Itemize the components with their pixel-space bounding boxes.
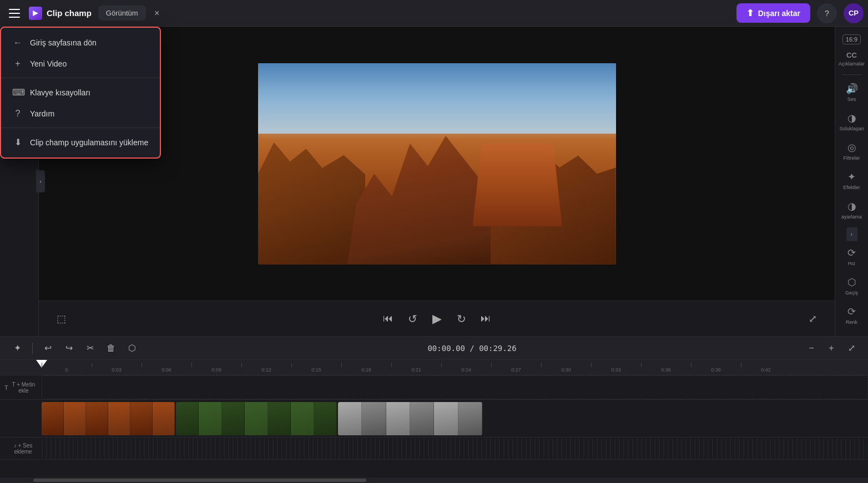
skip-end-button[interactable]: ⏭ (475, 308, 497, 330)
undo-icon: ↩ (44, 343, 52, 353)
right-sidebar-item-audio[interactable]: 🔊 Ses (836, 78, 867, 106)
canyon-left (258, 136, 366, 264)
fit-icon: ⤢ (848, 343, 855, 353)
menu-item-keyboard-shortcuts[interactable]: ⌨ Klavye kısayolları (1, 82, 160, 103)
menu-item-help[interactable]: ? Yardım (1, 103, 160, 124)
right-sidebar-item-color[interactable]: ⟳ Renk (836, 301, 867, 329)
right-sidebar-item-effects[interactable]: ✦ Efektler (836, 166, 867, 195)
ruler-tick-7: 0:21 (391, 367, 441, 373)
text-track-content (42, 375, 868, 399)
clip-thumb (153, 402, 175, 435)
ruler-tick-9: 0:27 (491, 367, 541, 373)
redo-icon: ↪ (65, 343, 73, 353)
zoom-in-button[interactable]: + (824, 340, 839, 356)
rs-divider-1 (842, 74, 862, 75)
filters-icon: ◎ (847, 141, 856, 154)
zoom-out-icon: − (809, 343, 814, 353)
video-clip-canyon[interactable] (42, 402, 175, 435)
video-clip-snow[interactable] (338, 402, 482, 435)
menu-divider-2 (1, 128, 160, 128)
download-icon: ⬇ (12, 137, 23, 148)
video-track-row (0, 400, 868, 438)
timeline-time-display: 00:00.00 / 00:29.26 (427, 344, 516, 353)
magic-tool-button[interactable]: ✦ (9, 340, 26, 357)
add-audio-button[interactable]: ♪ + Ses ekleme (0, 443, 42, 455)
clip-thumb (42, 402, 64, 435)
delete-button[interactable]: 🗑 (103, 340, 119, 357)
ruler-tick-13: 0:39 (691, 367, 741, 373)
help-button[interactable]: ? (817, 3, 837, 23)
audio-track-label: ♪ + Ses ekleme (0, 443, 42, 455)
cut-button[interactable]: ✂ (82, 340, 98, 357)
clip-thumb (108, 402, 130, 435)
menu-item-go-home[interactable]: ← Giriş sayfasına dön (1, 32, 160, 53)
timeline-tracks: T T + Metin ekle (0, 375, 868, 477)
upload-icon: ⬆ (746, 8, 754, 18)
rewind-5s-icon: ↺ (408, 312, 417, 326)
add-text-button[interactable]: T T + Metin ekle (4, 382, 37, 394)
menu-item-new-video[interactable]: + Yeni Video (1, 53, 160, 74)
rewind-5s-button[interactable]: ↺ (401, 308, 423, 330)
captions-toggle-button[interactable]: ⬚ (50, 308, 72, 330)
aspect-ratio-badge: 16:9 (842, 34, 861, 44)
fit-to-window-button[interactable]: ⤢ (844, 340, 859, 356)
save-button[interactable]: ⬡ (124, 340, 140, 357)
right-sidebar-item-filters[interactable]: ◎ Filtreler (836, 137, 867, 165)
right-sidebar-collapse-button[interactable]: ‹ (846, 227, 857, 241)
sidebar-collapse-button[interactable]: › (36, 170, 45, 192)
play-pause-button[interactable]: ▶ (426, 308, 448, 330)
close-tab-button[interactable]: × (150, 7, 164, 20)
right-sidebar-item-captions[interactable]: CC Açıklamalar (836, 47, 867, 71)
fullscreen-button[interactable]: ⤢ (801, 308, 824, 330)
video-clip-green[interactable] (176, 402, 337, 435)
right-sidebar: 16:9 CC Açıklamalar 🔊 Ses ◑ Soluklaşan ◎… (835, 27, 868, 336)
zoom-out-button[interactable]: − (804, 340, 819, 356)
tab-button[interactable]: Görüntüm (98, 6, 146, 21)
timeline-scrollbar[interactable] (0, 477, 868, 483)
forward-5s-button[interactable]: ↻ (450, 308, 472, 330)
hamburger-button[interactable] (4, 3, 24, 23)
export-button[interactable]: ⬆ Dışarı aktar (736, 3, 810, 23)
ruler-tick-11: 0:33 (591, 367, 641, 373)
timeline-scroll-thumb[interactable] (33, 479, 366, 482)
back-arrow-icon: ← (12, 38, 23, 48)
toolbar-divider (32, 343, 33, 354)
timeline-toolbar: ✦ ↩ ↪ ✂ 🗑 ⬡ 00:00.00 / 00:29.26 − + ⤢ (0, 337, 868, 360)
avatar-button[interactable]: CP (844, 3, 864, 23)
redo-button[interactable]: ↪ (60, 340, 77, 357)
text-add-icon: T (4, 384, 8, 391)
app-icon (29, 7, 42, 20)
captions-icon: ⬚ (57, 313, 66, 325)
fullscreen-icon: ⤢ (809, 313, 817, 325)
clip-thumb (458, 402, 482, 435)
keyboard-icon: ⌨ (12, 87, 23, 98)
forward-5s-icon: ↻ (457, 312, 466, 326)
ruler-tick-1: 0:03 (92, 367, 142, 373)
captions-right-icon: CC (846, 51, 857, 59)
ruler-tick-4: 0:12 (241, 367, 291, 373)
audio-right-icon: 🔊 (846, 83, 858, 95)
timeline-area: ✦ ↩ ↪ ✂ 🗑 ⬡ 00:00.00 / 00:29.26 − + ⤢ (0, 336, 868, 483)
clip-thumb (314, 402, 337, 435)
clip-thumb (130, 402, 153, 435)
clip-thumb (268, 402, 291, 435)
canyon-mesa (473, 144, 562, 227)
text-track-empty (42, 375, 868, 399)
color-icon: ⟳ (847, 306, 856, 318)
audio-track-row: ♪ + Ses ekleme (0, 438, 868, 460)
clip-thumb (86, 402, 108, 435)
clip-thumb (245, 402, 268, 435)
app-title: Clip champ (47, 8, 92, 18)
right-sidebar-item-speed[interactable]: ⟳ Hız (836, 242, 867, 271)
right-sidebar-item-color-grade[interactable]: ◑ Soluklaşan (836, 108, 867, 136)
clip-thumb (386, 402, 410, 435)
save-icon: ⬡ (128, 343, 136, 353)
aspect-ratio-container: 16:9 (835, 33, 868, 45)
undo-button[interactable]: ↩ (39, 340, 56, 357)
right-sidebar-item-color-settings[interactable]: ◑ ayarlama (836, 196, 867, 224)
skip-start-button[interactable]: ⏮ (377, 308, 399, 330)
right-sidebar-item-transition[interactable]: ⬡ Geçiş (836, 272, 867, 300)
menu-item-install[interactable]: ⬇ Clip champ uygulamasını yükleme (1, 131, 160, 153)
color-settings-icon: ◑ (847, 200, 856, 212)
speed-icon: ⟳ (847, 247, 856, 259)
